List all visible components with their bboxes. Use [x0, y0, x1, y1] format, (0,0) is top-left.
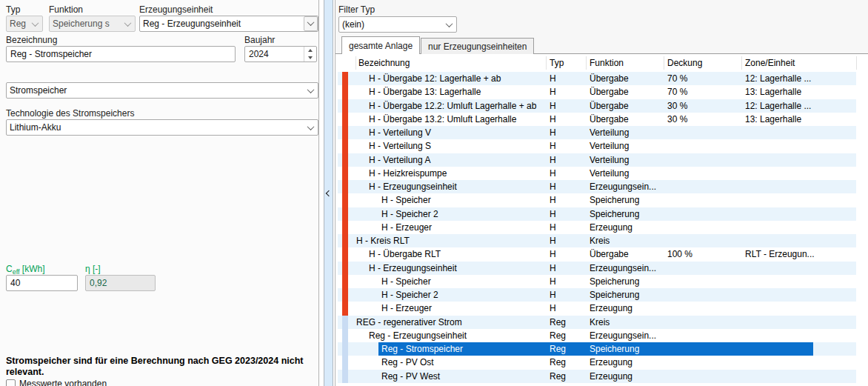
cell-zone: RLT - Erzeugun...: [745, 247, 815, 261]
checkbox-icon[interactable]: [6, 379, 16, 386]
cell-typ: H: [550, 234, 556, 247]
table-row[interactable]: Reg - StromspeicherRegSpeicherung: [338, 342, 856, 356]
bezeichnung-input[interactable]: [6, 46, 236, 62]
cell-zone: 13: Lagerhalle: [745, 113, 801, 126]
panel-splitter[interactable]: [320, 0, 335, 386]
filter-typ-select[interactable]: (kein): [338, 16, 457, 33]
heating-group-indicator: [342, 221, 348, 234]
table-row[interactable]: H - Übergabe 12.2: Umluft Lagerhalle + a…: [338, 99, 856, 113]
heating-group-indicator: [342, 302, 348, 315]
cell-typ: Reg: [550, 356, 566, 369]
table-row[interactable]: H - ErzeugungseinheitHErzeugungsein...: [338, 262, 856, 275]
table-row[interactable]: H - ErzeugerHErzeugung: [338, 221, 856, 234]
heating-group-indicator: [342, 153, 348, 167]
cell-funktion: Speicherung: [590, 207, 639, 221]
cell-funktion: Erzeugungsein...: [590, 329, 656, 342]
regenerative-group-indicator: [342, 356, 348, 369]
col-funktion[interactable]: Funktion: [590, 54, 624, 72]
arrow-up-icon: [308, 49, 313, 52]
table-row[interactable]: Reg - ErzeugungseinheitRegErzeugungsein.…: [338, 329, 856, 342]
splitter-bar[interactable]: [324, 0, 333, 386]
col-zone-einheit[interactable]: Zone/Einheit: [745, 54, 795, 72]
tab-nur-erzeugungseinheiten[interactable]: nur Erzeugungseinheiten: [421, 38, 534, 54]
table-row[interactable]: Reg - PV OstRegErzeugung: [338, 356, 856, 369]
spin-down-button[interactable]: [304, 54, 316, 61]
tab-gesamte-anlage[interactable]: gesamte Anlage: [341, 36, 420, 54]
col-deckung[interactable]: Deckung: [667, 54, 702, 72]
cell-typ: Reg: [550, 342, 566, 356]
cell-funktion: Kreis: [590, 316, 610, 329]
cell-typ: Reg: [550, 370, 566, 383]
eta-readonly-field: [85, 275, 156, 291]
cell-funktion: Erzeugungsein...: [590, 180, 656, 193]
cell-typ: H: [550, 72, 556, 85]
cell-bezeichnung: REG - regenerativer Strom: [356, 316, 462, 329]
cell-deckung: 100 %: [667, 247, 692, 261]
col-bezeichnung[interactable]: Bezeichnung: [358, 54, 410, 72]
cell-bezeichnung: H - Übergabe 13.2: Umluft Lagerhalle: [369, 113, 516, 126]
spin-up-button[interactable]: [304, 47, 316, 54]
cell-funktion: Erzeugung: [590, 370, 632, 383]
table-row[interactable]: H - SpeicherHSpeicherung: [338, 193, 856, 207]
col-typ[interactable]: Typ: [550, 54, 564, 72]
table-row[interactable]: H - ErzeugungseinheitHErzeugungsein...: [338, 180, 856, 193]
technologie-select[interactable]: Lithium-Akku: [6, 119, 318, 136]
cell-typ: H: [550, 113, 556, 126]
heating-group-indicator: [342, 247, 348, 261]
table-row[interactable]: H - Übergabe 12: Lagerhalle + abHÜbergab…: [338, 72, 856, 85]
table-row[interactable]: H - Kreis RLTHKreis: [338, 234, 856, 247]
table-row[interactable]: H - Speicher 2HSpeicherung: [338, 207, 856, 221]
table-row[interactable]: H - Verteilung SHVerteilung: [338, 139, 856, 153]
cell-bezeichnung: H - Speicher: [381, 193, 431, 207]
cell-typ: H: [550, 126, 556, 139]
table-row[interactable]: Reg - PV WestRegErzeugung: [338, 370, 856, 383]
cell-typ: Reg: [550, 329, 566, 342]
speicherart-select[interactable]: Stromspeicher: [6, 82, 318, 99]
cell-bezeichnung: Reg - Stromspeicher: [381, 342, 463, 356]
table-row[interactable]: H - Verteilung AHVerteilung: [338, 153, 856, 167]
table-row[interactable]: H - Speicher 2HSpeicherung: [338, 288, 856, 302]
table-row[interactable]: H - SpeicherHSpeicherung: [338, 275, 856, 288]
baujahr-stepper[interactable]: 2024: [244, 46, 317, 62]
component-detail-panel: Typ Funktion Erzeugungseinheit Reg Speic…: [0, 0, 319, 386]
cell-funktion: Speicherung: [590, 342, 639, 356]
cell-funktion: Verteilung: [590, 153, 629, 167]
cell-funktion: Erzeugung: [590, 356, 632, 369]
table-row[interactable]: H - Verteilung VHVerteilung: [338, 126, 856, 139]
table-row[interactable]: REG - regenerativer StromRegKreis: [338, 316, 856, 329]
cell-bezeichnung: H - Erzeuger: [381, 302, 432, 315]
table-row[interactable]: H - Übergabe 13: LagerhalleHÜbergabe70 %…: [338, 85, 856, 99]
combo-dropdown-button[interactable]: [304, 16, 318, 31]
heating-group-indicator: [342, 207, 348, 221]
cell-typ: H: [550, 85, 556, 99]
system-table-header: Bezeichnung Typ Funktion Deckung Zone/Ei…: [338, 54, 856, 72]
heating-group-indicator: [342, 99, 348, 113]
cell-typ: H: [550, 207, 556, 221]
cell-bezeichnung: H - Speicher 2: [381, 288, 438, 302]
cell-deckung: 70 %: [667, 85, 687, 99]
chevron-down-icon: [32, 19, 39, 27]
table-row[interactable]: H - HeizkreispumpeHVerteilung: [338, 167, 856, 180]
table-row[interactable]: H - ErzeugerHErzeugung: [338, 302, 856, 315]
cell-typ: H: [550, 288, 556, 302]
cell-bezeichnung: H - Erzeugungseinheit: [369, 180, 457, 193]
cell-bezeichnung: H - Übergabe 12: Lagerhalle + ab: [369, 72, 501, 85]
cell-bezeichnung: H - Speicher 2: [381, 207, 438, 221]
cell-funktion: Verteilung: [590, 139, 629, 153]
arrow-down-icon: [308, 56, 313, 59]
typ-select[interactable]: Reg: [6, 16, 43, 32]
ceff-input[interactable]: [6, 275, 78, 291]
erzeugungseinheit-select[interactable]: Reg - Erzeugungseinheit: [139, 16, 318, 32]
cell-typ: H: [550, 275, 556, 288]
table-row[interactable]: H - Übergabe RLTHÜbergabe100 %RLT - Erze…: [338, 247, 856, 261]
cell-funktion: Speicherung: [590, 288, 639, 302]
eta-label: η [-]: [85, 264, 101, 274]
funktion-select[interactable]: Speicherung s: [49, 16, 136, 32]
cell-bezeichnung: H - Speicher: [381, 275, 431, 288]
cell-typ: H: [550, 221, 556, 234]
table-row[interactable]: H - Übergabe 13.2: Umluft LagerhalleHÜbe…: [338, 113, 856, 126]
checkbox-label: Messwerte vorhanden: [19, 379, 107, 386]
system-tree-panel: Filter Typ (kein) gesamte Anlage nur Erz…: [335, 0, 868, 386]
checkbox-row[interactable]: Messwerte vorhanden: [6, 379, 107, 386]
heating-group-indicator: [342, 262, 348, 275]
